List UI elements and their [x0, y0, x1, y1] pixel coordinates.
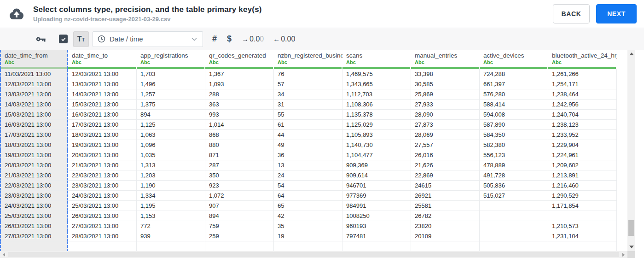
table-cell[interactable]: 14/03/2021 13:00: [68, 89, 137, 100]
column-header-qr_codes_generated[interactable]: qr_codes_generatedAbc: [205, 50, 274, 69]
table-cell[interactable]: 880: [205, 140, 274, 150]
table-cell[interactable]: 22/03/2021 13:00: [68, 170, 137, 181]
table-cell[interactable]: 15/03/2021 13:00: [0, 110, 68, 120]
table-cell[interactable]: 27,933: [411, 100, 480, 110]
table-cell[interactable]: 54: [274, 181, 342, 191]
table-cell[interactable]: 1,209,602: [548, 160, 617, 170]
column-header-active_devices[interactable]: active_devicesAbc: [480, 50, 548, 69]
table-cell[interactable]: 44: [274, 130, 342, 140]
table-cell[interactable]: 993: [205, 110, 274, 120]
table-cell[interactable]: 1,469,575: [342, 69, 411, 79]
table-cell[interactable]: 19: [274, 231, 342, 241]
table-cell[interactable]: 1,367: [205, 69, 274, 79]
primary-key-button[interactable]: [36, 34, 47, 44]
table-cell[interactable]: 28/03/2021 13:00: [68, 231, 137, 241]
next-button[interactable]: NEXT: [596, 4, 637, 23]
table-cell[interactable]: 49: [274, 140, 342, 150]
table-cell[interactable]: 1,108,306: [342, 100, 411, 110]
table-cell[interactable]: 25581: [411, 201, 480, 211]
table-cell[interactable]: 25/03/2021 13:00: [68, 201, 137, 211]
table-cell[interactable]: 350: [205, 170, 274, 181]
table-cell[interactable]: 1,112,703: [342, 89, 411, 100]
table-cell[interactable]: 909,614: [342, 170, 411, 181]
table-cell[interactable]: 24: [274, 170, 342, 181]
table-cell[interactable]: 27,557: [411, 140, 480, 150]
table-cell[interactable]: 594,008: [480, 110, 548, 120]
table-cell[interactable]: 18/03/2021 13:00: [0, 140, 68, 150]
table-cell[interactable]: 1,238,123: [548, 120, 617, 130]
table-cell[interactable]: [342, 241, 411, 251]
table-cell[interactable]: [205, 241, 274, 251]
table-cell[interactable]: 1,213,891: [548, 170, 617, 181]
table-cell[interactable]: 1,093: [205, 79, 274, 89]
table-cell[interactable]: 1008250: [342, 211, 411, 221]
table-cell[interactable]: [480, 221, 548, 231]
table-cell[interactable]: 16/03/2021 13:00: [68, 110, 137, 120]
table-cell[interactable]: 797481: [342, 231, 411, 241]
table-cell[interactable]: 363: [205, 100, 274, 110]
column-header-manual_entries[interactable]: manual_entriesAbc: [411, 50, 480, 69]
table-cell[interactable]: 55: [274, 110, 342, 120]
table-cell[interactable]: 1,229,904: [548, 140, 617, 150]
table-cell[interactable]: 61: [274, 120, 342, 130]
table-cell[interactable]: 25,869: [411, 89, 480, 100]
table-cell[interactable]: 12/03/2021 13:00: [68, 69, 137, 79]
table-cell[interactable]: 27/03/2021 13:00: [68, 221, 137, 231]
table-cell[interactable]: 19/03/2021 13:00: [0, 150, 68, 160]
table-cell[interactable]: [274, 241, 342, 251]
table-cell[interactable]: 1,240,704: [548, 110, 617, 120]
table-cell[interactable]: 1,216,460: [548, 181, 617, 191]
table-cell[interactable]: 30,585: [411, 79, 480, 89]
table-cell[interactable]: 977369: [342, 191, 411, 201]
table-cell[interactable]: 1,334: [137, 191, 205, 201]
table-cell[interactable]: 14/03/2021 13:00: [0, 100, 68, 110]
table-cell[interactable]: 42: [274, 211, 342, 221]
table-cell[interactable]: 894: [205, 211, 274, 221]
table-cell[interactable]: 505,836: [480, 181, 548, 191]
table-cell[interactable]: 288: [205, 89, 274, 100]
table-cell[interactable]: 1,063: [137, 130, 205, 140]
scroll-up-icon[interactable]: [629, 53, 634, 55]
table-cell[interactable]: 64: [274, 191, 342, 201]
table-cell[interactable]: 515,027: [480, 191, 548, 201]
table-cell[interactable]: 34: [274, 89, 342, 100]
table-cell[interactable]: 724,288: [480, 69, 548, 79]
table-cell[interactable]: 15/03/2021 13:00: [68, 100, 137, 110]
column-header-bluetooth_active_24_hr_[interactable]: bluetooth_active_24_hr_Abc: [548, 50, 617, 69]
table-cell[interactable]: [480, 201, 548, 211]
table-cell[interactable]: 1,210,573: [548, 221, 617, 231]
table-cell[interactable]: 1,203: [137, 170, 205, 181]
number-type-button[interactable]: #: [212, 34, 217, 44]
table-cell[interactable]: 1,703: [137, 69, 205, 79]
table-cell[interactable]: 1,104,477: [342, 150, 411, 160]
table-cell[interactable]: 22/03/2021 13:00: [0, 181, 68, 191]
table-cell[interactable]: 23/03/2021 13:00: [68, 181, 137, 191]
column-type-dropdown[interactable]: Date / time: [93, 31, 203, 47]
table-cell[interactable]: 18/03/2021 13:00: [68, 130, 137, 140]
table-cell[interactable]: 19/03/2021 13:00: [68, 140, 137, 150]
table-cell[interactable]: 17/03/2021 13:00: [68, 120, 137, 130]
table-cell[interactable]: 1,195: [137, 201, 205, 211]
table-cell[interactable]: 35: [274, 221, 342, 231]
text-type-button[interactable]: Tt: [73, 31, 89, 47]
table-cell[interactable]: 12/03/2021 13:00: [0, 79, 68, 89]
table-cell[interactable]: 24/03/2021 13:00: [68, 191, 137, 201]
table-cell[interactable]: 1,171,854: [548, 201, 617, 211]
back-button[interactable]: BACK: [553, 4, 590, 23]
table-cell[interactable]: 24615: [411, 181, 480, 191]
table-cell[interactable]: [137, 241, 205, 251]
table-cell[interactable]: 259: [205, 231, 274, 241]
table-cell[interactable]: 20109: [411, 231, 480, 241]
table-cell[interactable]: 1,238,464: [548, 89, 617, 100]
table-cell[interactable]: 21/03/2021 13:00: [0, 170, 68, 181]
table-cell[interactable]: 960193: [342, 221, 411, 231]
table-cell[interactable]: 65: [274, 201, 342, 211]
table-cell[interactable]: 588,414: [480, 100, 548, 110]
table-cell[interactable]: 1,125,029: [342, 120, 411, 130]
table-cell[interactable]: 584,350: [480, 130, 548, 140]
table-cell[interactable]: 909,369: [342, 160, 411, 170]
table-cell[interactable]: 11/03/2021 13:00: [0, 69, 68, 79]
horizontal-scrollbar[interactable]: [0, 251, 627, 258]
table-cell[interactable]: 287: [205, 160, 274, 170]
table-cell[interactable]: [411, 241, 480, 251]
